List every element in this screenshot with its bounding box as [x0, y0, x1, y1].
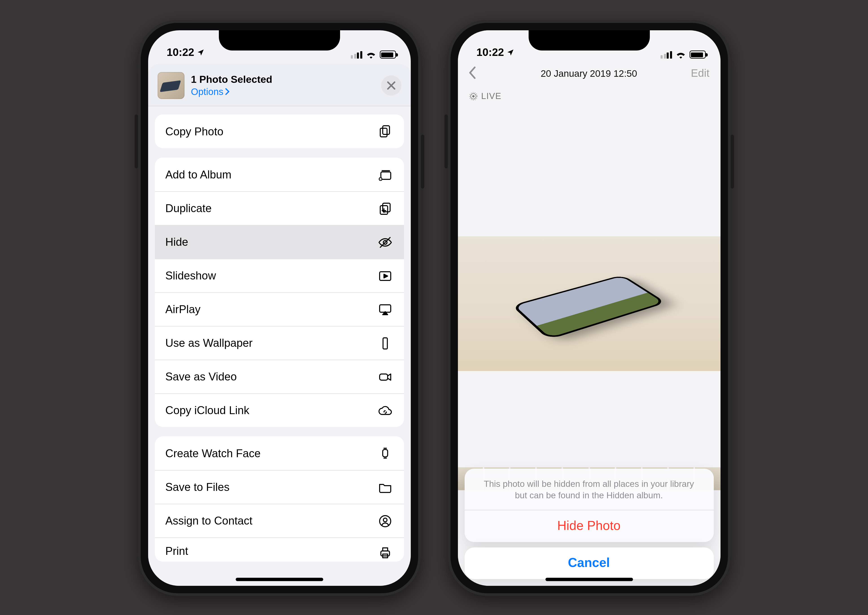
- back-button[interactable]: [467, 66, 476, 81]
- svg-rect-2: [381, 172, 390, 180]
- use-as-wallpaper-row[interactable]: Use as Wallpaper: [155, 326, 404, 360]
- row-label: Copy iCloud Link: [165, 404, 249, 417]
- row-label: Save as Video: [165, 370, 237, 383]
- airplay-row[interactable]: AirPlay: [155, 292, 404, 326]
- edit-button[interactable]: Edit: [691, 67, 710, 80]
- print-row[interactable]: Print: [155, 537, 404, 562]
- svg-rect-15: [382, 548, 387, 551]
- folder-icon: [377, 479, 393, 495]
- duplicate-row[interactable]: Duplicate: [155, 191, 404, 225]
- svg-rect-14: [381, 551, 389, 556]
- chevron-right-icon: [225, 88, 230, 95]
- row-label: Print: [165, 545, 188, 557]
- svg-rect-1: [380, 128, 387, 137]
- svg-point-13: [383, 518, 387, 521]
- status-time: 10:22: [476, 47, 515, 59]
- copy-icloud-link-row[interactable]: Copy iCloud Link: [155, 393, 404, 427]
- svg-point-17: [472, 95, 474, 97]
- copy-docs-icon: [377, 123, 393, 139]
- printer-icon: [377, 545, 393, 561]
- row-label: Save to Files: [165, 481, 229, 493]
- status-time-text: 10:22: [167, 47, 194, 59]
- play-rect-icon: [377, 268, 393, 284]
- row-label: Slideshow: [165, 269, 216, 282]
- row-label: Create Watch Face: [165, 447, 261, 460]
- contact-icon: [377, 513, 393, 529]
- battery-icon: [689, 50, 706, 59]
- status-time-text: 10:22: [476, 47, 504, 59]
- wifi-icon: [675, 50, 686, 59]
- assign-to-contact-row[interactable]: Assign to Contact: [155, 504, 404, 537]
- duplicate-icon: [377, 200, 393, 217]
- share-sheet-header: 1 Photo Selected Options: [148, 64, 411, 106]
- airplay-icon: [377, 301, 393, 318]
- close-icon: [386, 81, 396, 90]
- chevron-left-icon: [467, 66, 476, 79]
- hide-row[interactable]: Hide: [155, 225, 404, 259]
- save-as-video-row[interactable]: Save as Video: [155, 360, 404, 393]
- status-time: 10:22: [167, 47, 205, 59]
- slideshow-row[interactable]: Slideshow: [155, 259, 404, 292]
- action-group-1: Add to Album Duplicate Hid: [155, 158, 404, 427]
- signal-icon: [351, 51, 362, 58]
- albums-add-icon: [377, 166, 393, 183]
- action-sheet: This photo will be hidden from all place…: [464, 469, 713, 579]
- watch-icon: [377, 445, 393, 461]
- close-button[interactable]: [381, 75, 401, 95]
- live-icon: [468, 91, 478, 101]
- live-label: LIVE: [481, 91, 502, 101]
- svg-rect-10: [379, 374, 387, 380]
- video-icon: [377, 369, 393, 385]
- battery-icon: [379, 50, 396, 59]
- copy-photo-row[interactable]: Copy Photo: [155, 114, 404, 148]
- live-badge: LIVE: [468, 91, 502, 101]
- row-label: Add to Album: [165, 168, 231, 181]
- svg-rect-0: [382, 126, 389, 134]
- action-group-2: Create Watch Face Save to Files: [155, 436, 404, 562]
- phone-outline-icon: [377, 335, 393, 351]
- row-label: AirPlay: [165, 303, 201, 316]
- notch: [219, 30, 340, 50]
- photo-preview[interactable]: [458, 236, 720, 371]
- home-indicator[interactable]: [545, 578, 633, 581]
- signal-icon: [660, 51, 672, 58]
- home-indicator[interactable]: [236, 578, 323, 581]
- create-watch-face-row[interactable]: Create Watch Face: [155, 436, 404, 470]
- row-label: Assign to Contact: [165, 514, 253, 527]
- photo-date-title: 20 January 2019 12:50: [541, 68, 637, 79]
- action-sheet-message: This photo will be hidden from all place…: [464, 469, 713, 510]
- add-to-album-row[interactable]: Add to Album: [155, 158, 404, 191]
- hide-photo-button[interactable]: Hide Photo: [464, 510, 713, 542]
- selection-thumbnail[interactable]: [157, 72, 184, 99]
- row-label: Copy Photo: [165, 125, 223, 138]
- svg-rect-11: [382, 450, 387, 457]
- cloud-link-icon: [377, 403, 393, 418]
- eye-slash-icon: [377, 234, 393, 250]
- row-label: Duplicate: [165, 202, 212, 215]
- notch: [528, 30, 649, 50]
- location-icon: [197, 48, 205, 56]
- row-label: Use as Wallpaper: [165, 337, 253, 350]
- row-label: Hide: [165, 236, 188, 248]
- save-to-files-row[interactable]: Save to Files: [155, 470, 404, 504]
- photo-subject-phone: [511, 275, 666, 340]
- action-group-0: Copy Photo: [155, 114, 404, 148]
- sheet-title: 1 Photo Selected: [191, 73, 273, 85]
- svg-rect-9: [383, 337, 387, 349]
- device-right: 10:22 20 January 2019 12:50 Edit: [448, 20, 731, 596]
- share-sheet: 1 Photo Selected Options Copy: [148, 64, 411, 586]
- device-left: 10:22 1 Photo Selected Options: [138, 20, 421, 596]
- cancel-button[interactable]: Cancel: [464, 548, 713, 579]
- location-icon: [507, 48, 515, 56]
- photo-nav-bar: 20 January 2019 12:50 Edit: [458, 60, 720, 87]
- svg-point-12: [379, 515, 390, 526]
- options-link[interactable]: Options: [191, 86, 230, 97]
- wifi-icon: [365, 50, 376, 59]
